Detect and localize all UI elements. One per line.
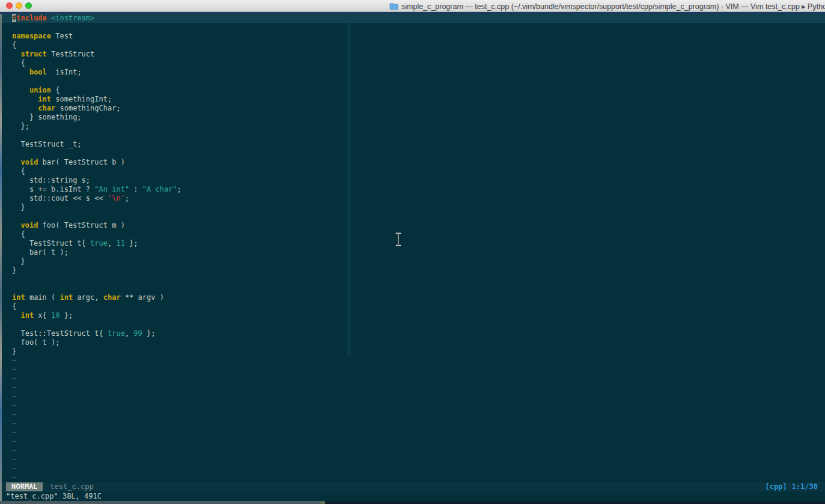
code-line bbox=[0, 212, 825, 221]
code-line: } something; bbox=[0, 113, 825, 122]
vim-statusline: NORMAL test_c.cpp [cpp] 1:1/38 bbox=[0, 482, 825, 491]
empty-line-tilde: ~ bbox=[0, 437, 825, 446]
code-line bbox=[0, 320, 825, 329]
code-line: foo( t ); bbox=[0, 338, 825, 347]
code-line: bool isInt; bbox=[0, 68, 825, 77]
zoom-window-button[interactable] bbox=[25, 2, 32, 9]
code-line bbox=[0, 275, 825, 284]
code-line bbox=[0, 149, 825, 158]
code-line: { bbox=[0, 230, 825, 239]
code-line: #include <iostream> bbox=[0, 14, 825, 23]
code-line: } bbox=[0, 347, 825, 356]
empty-line-tilde: ~ bbox=[0, 410, 825, 419]
code-line: std::string s; bbox=[0, 176, 825, 185]
code-line: Test::TestStruct t{ true, 99 }; bbox=[0, 329, 825, 338]
statusline-right: [cpp] 1:1/38 bbox=[766, 482, 818, 491]
code-line: void foo( TestStruct m ) bbox=[0, 221, 825, 230]
close-window-button[interactable] bbox=[6, 2, 13, 9]
code-line: } bbox=[0, 203, 825, 212]
bottom-border-accent-segment bbox=[320, 501, 325, 504]
empty-line-tilde: ~ bbox=[0, 383, 825, 392]
code-line bbox=[0, 284, 825, 293]
title-group: simple_c_program — test_c.cpp (~/.vim/bu… bbox=[389, 1, 825, 11]
empty-line-tilde: ~ bbox=[0, 473, 825, 482]
code-line: char somethingChar; bbox=[0, 104, 825, 113]
code-line: union { bbox=[0, 86, 825, 95]
empty-line-tilde: ~ bbox=[0, 356, 825, 365]
code-line: s += b.isInt ? "An int" : "A char"; bbox=[0, 185, 825, 194]
code-line: TestStruct _t; bbox=[0, 140, 825, 149]
empty-line-tilde: ~ bbox=[0, 428, 825, 437]
window-bottom-border bbox=[0, 501, 825, 504]
code-line: struct TestStruct bbox=[0, 50, 825, 59]
vim-buffer-area[interactable]: #include <iostream>namespace Test{ struc… bbox=[0, 14, 825, 482]
code-line: int main ( int argc, char ** argv ) bbox=[0, 293, 825, 302]
bottom-border-left-segment bbox=[0, 501, 320, 504]
code-line: } bbox=[0, 266, 825, 275]
code-line: namespace Test bbox=[0, 32, 825, 41]
code-line bbox=[0, 131, 825, 140]
empty-line-tilde: ~ bbox=[0, 455, 825, 464]
code-line: void bar( TestStruct b ) bbox=[0, 158, 825, 167]
window-title: simple_c_program — test_c.cpp (~/.vim/bu… bbox=[401, 2, 825, 11]
window-titlebar[interactable]: simple_c_program — test_c.cpp (~/.vim/bu… bbox=[0, 0, 825, 12]
code-line: { bbox=[0, 302, 825, 311]
empty-line-tilde: ~ bbox=[0, 464, 825, 473]
code-line bbox=[0, 77, 825, 86]
vim-command-line: "test_c.cpp" 38L, 491C bbox=[0, 491, 825, 501]
code-line: std::cout << s << '\n'; bbox=[0, 194, 825, 203]
code-line: TestStruct t{ true, 11 }; bbox=[0, 239, 825, 248]
folder-proxy-icon bbox=[389, 2, 398, 10]
empty-line-tilde: ~ bbox=[0, 419, 825, 428]
statusline-position: 1:1/38 bbox=[792, 482, 818, 491]
code-line: }; bbox=[0, 122, 825, 131]
empty-line-tilde: ~ bbox=[0, 374, 825, 383]
empty-line-tilde: ~ bbox=[0, 392, 825, 401]
code-line: } bbox=[0, 257, 825, 266]
minimize-window-button[interactable] bbox=[16, 2, 22, 9]
empty-line-tilde: ~ bbox=[0, 446, 825, 455]
empty-line-tilde: ~ bbox=[0, 365, 825, 374]
statusline-filename: test_c.cpp bbox=[50, 482, 93, 491]
background-window-edge bbox=[0, 14, 2, 501]
macvim-window: simple_c_program — test_c.cpp (~/.vim/bu… bbox=[0, 0, 825, 504]
code-line: int x{ 10 }; bbox=[0, 311, 825, 320]
code-line: int somethingInt; bbox=[0, 95, 825, 104]
code-line bbox=[0, 23, 825, 32]
statusline-filetype: [cpp] bbox=[766, 482, 787, 491]
code-line: { bbox=[0, 59, 825, 68]
code-line: { bbox=[0, 41, 825, 50]
code-lines: #include <iostream>namespace Test{ struc… bbox=[0, 14, 825, 482]
code-line: bar( t ); bbox=[0, 248, 825, 257]
mode-badge: NORMAL bbox=[6, 482, 43, 491]
text-ibeam-cursor-icon bbox=[394, 232, 403, 249]
empty-line-tilde: ~ bbox=[0, 401, 825, 410]
code-line: { bbox=[0, 167, 825, 176]
